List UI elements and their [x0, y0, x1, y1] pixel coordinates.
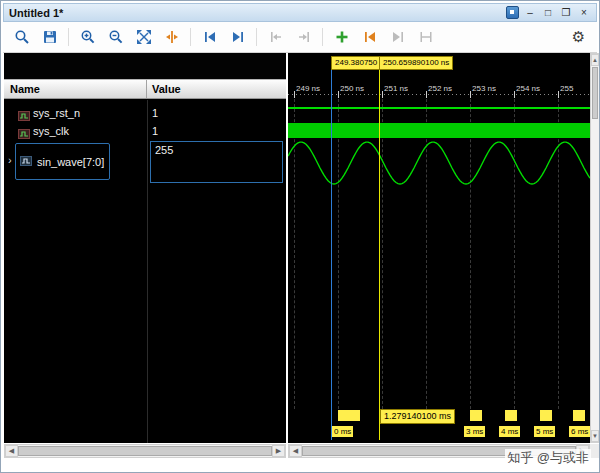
sys-clk-trace	[288, 123, 590, 138]
marker-highlight	[505, 410, 517, 421]
next-marker-icon[interactable]	[385, 25, 410, 50]
ruler-tick-label: 251 ns	[383, 84, 409, 93]
previous-transition-icon[interactable]	[263, 25, 288, 50]
toolbar-separator	[322, 28, 323, 46]
bottom-ruler-tick-label: 6 ms	[569, 426, 590, 437]
ruler-tick-label: 249 ns	[295, 84, 321, 93]
go-to-time-0-icon[interactable]	[197, 25, 222, 50]
signals-panel: Name Value sys_rst_n 1 sys_clk 1 ›	[4, 53, 286, 443]
signal-name: sys_rst_n	[33, 107, 80, 119]
toolbar-separator	[68, 28, 69, 46]
bus-signal-icon	[20, 153, 32, 171]
sin-wave-analog-trace	[288, 139, 590, 191]
ruler-tick-label: 250 ns	[339, 84, 365, 93]
zoom-out-icon[interactable]	[103, 25, 128, 50]
scroll-up-icon[interactable]: ▲	[591, 54, 599, 66]
scroll-down-icon[interactable]: ▼	[591, 430, 599, 442]
waveform-window: Untitled 1* – □ ❐ ×	[0, 0, 600, 473]
ruler-dotted-line	[288, 94, 590, 95]
signal-name: sys_clk	[33, 125, 69, 137]
expand-chevron-icon[interactable]: ›	[8, 154, 12, 166]
snap-to-transition-icon[interactable]	[413, 25, 438, 50]
zoom-to-cursor-icon[interactable]	[159, 25, 184, 50]
main-cursor-line[interactable]	[331, 67, 332, 440]
ruler-tick-label: 254 ns	[515, 84, 541, 93]
scrollbar-thumb[interactable]	[18, 446, 272, 456]
close-button[interactable]: ×	[577, 6, 591, 19]
zoom-fit-icon[interactable]	[131, 25, 156, 50]
toolbar-separator	[190, 28, 191, 46]
window-title: Untitled 1*	[9, 7, 506, 19]
scrollbar-thumb[interactable]	[592, 67, 598, 119]
signals-list: sys_rst_n 1 sys_clk 1 › sin_wave[7:0]	[4, 100, 286, 443]
ruler-tick-label: 255	[559, 84, 574, 93]
title-bar[interactable]: Untitled 1* – □ ❐ ×	[3, 3, 597, 22]
signal-name: sin_wave[7:0]	[37, 156, 104, 168]
bottom-marker-time-label: 1.279140100 ms	[380, 409, 455, 424]
settings-gear-icon[interactable]: ⚙	[566, 25, 591, 50]
ruler-tick-label: 252 ns	[427, 84, 453, 93]
waveform-vertical-scrollbar[interactable]: ▲ ▼	[590, 53, 600, 443]
selected-signal-name-box[interactable]: sin_wave[7:0]	[15, 143, 110, 180]
signal-value: 1	[152, 107, 158, 119]
waveform-canvas[interactable]: 249 ns250 ns251 ns252 ns253 ns254 ns255 …	[288, 53, 590, 443]
signal-row-sys-rst-n[interactable]: sys_rst_n 1	[4, 105, 286, 123]
bottom-ruler-tick-label: 5 ms	[534, 426, 555, 437]
marker-line[interactable]	[379, 67, 380, 440]
signal-value: 1	[152, 125, 158, 137]
toolbar: ⚙	[3, 22, 597, 53]
sys-rst-n-trace	[288, 107, 590, 109]
watermark: 知乎 @与或非	[505, 449, 591, 467]
bottom-ruler-tick-label: 3 ms	[464, 426, 485, 437]
next-transition-icon[interactable]	[291, 25, 316, 50]
selected-signal-value-box[interactable]: 255	[150, 141, 283, 183]
search-icon[interactable]	[9, 25, 34, 50]
signal-value: 255	[155, 144, 173, 156]
bottom-ruler-tick-label: 4 ms	[499, 426, 520, 437]
float-button[interactable]: ❐	[559, 6, 573, 19]
bottom-ruler-tick-label: 0 ms	[332, 426, 353, 437]
toolbar-separator	[256, 28, 257, 46]
ruler-tick-label: 253 ns	[471, 84, 497, 93]
signals-horizontal-scrollbar[interactable]: ◀ ▶	[4, 444, 286, 458]
cursor-time-label[interactable]: 249.380750	[331, 56, 381, 70]
minimize-button[interactable]: –	[523, 6, 537, 19]
column-header: Name Value	[4, 79, 286, 99]
maximize-button[interactable]: □	[541, 6, 555, 19]
scroll-right-icon[interactable]: ▶	[272, 445, 285, 457]
save-icon[interactable]	[37, 25, 62, 50]
go-to-last-time-icon[interactable]	[225, 25, 250, 50]
marker-highlight	[338, 410, 360, 421]
signal-row-sys-clk[interactable]: sys_clk 1	[4, 123, 286, 141]
signal-row-sin-wave[interactable]: › sin_wave[7:0] 255	[4, 140, 286, 186]
scroll-left-icon[interactable]: ◀	[289, 445, 302, 457]
marker-time-label[interactable]: 250.659890100 ns	[379, 56, 453, 70]
marker-highlight	[540, 410, 552, 421]
value-column-header[interactable]: Value	[147, 80, 286, 98]
marker-highlight	[573, 410, 585, 421]
swap-cursors-icon[interactable]	[357, 25, 382, 50]
window-menu-icon[interactable]	[506, 6, 519, 19]
zoom-in-icon[interactable]	[75, 25, 100, 50]
name-column-header[interactable]: Name	[4, 80, 147, 98]
marker-highlight	[470, 410, 482, 421]
signals-panel-top-strip	[4, 53, 286, 79]
add-marker-icon[interactable]	[329, 25, 354, 50]
scroll-left-icon[interactable]: ◀	[5, 445, 18, 457]
scrollbar-corner	[590, 444, 600, 458]
